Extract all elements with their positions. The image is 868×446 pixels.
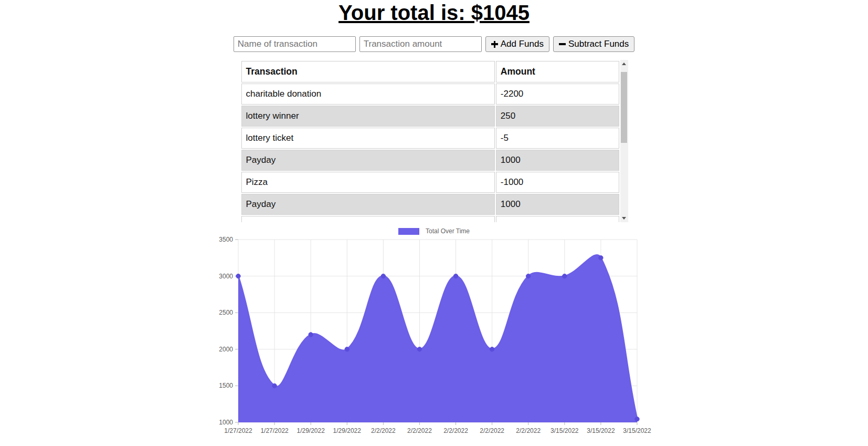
table-row: lottery winner 250 <box>241 106 619 127</box>
transaction-cell: Payday <box>241 194 495 215</box>
table-row: lottery ticket -5 <box>241 128 619 149</box>
svg-text:3/15/2022: 3/15/2022 <box>623 427 651 434</box>
svg-text:2/2/2022: 2/2/2022 <box>371 427 396 434</box>
amount-column-header: Amount <box>496 61 619 82</box>
svg-text:2/2/2022: 2/2/2022 <box>480 427 504 434</box>
plus-icon <box>491 41 498 48</box>
svg-text:3000: 3000 <box>219 273 233 280</box>
svg-text:3/15/2022: 3/15/2022 <box>551 427 579 434</box>
svg-text:2000: 2000 <box>219 346 233 353</box>
svg-text:1/29/2022: 1/29/2022 <box>333 427 362 434</box>
scroll-down-button[interactable] <box>620 214 628 222</box>
svg-text:3500: 3500 <box>219 236 233 243</box>
svg-text:1000: 1000 <box>219 419 233 426</box>
chart-section: Total Over Time 100015002000250030003500… <box>211 227 657 440</box>
table-row-partial <box>241 216 619 222</box>
scroll-down-icon <box>622 217 626 220</box>
budget-app-page: Your total is: $1045 Add Funds Subtract … <box>0 0 868 440</box>
amount-cell: 250 <box>496 106 619 127</box>
total-heading: Your total is: $1045 <box>338 1 530 25</box>
svg-text:1/27/2022: 1/27/2022 <box>224 427 252 434</box>
table-row: Payday 1000 <box>241 150 619 171</box>
transaction-column-header: Transaction <box>241 61 495 82</box>
svg-text:2/2/2022: 2/2/2022 <box>516 427 541 434</box>
transaction-cell <box>241 216 495 222</box>
svg-text:1/29/2022: 1/29/2022 <box>297 427 325 434</box>
scrollbar-thumb[interactable] <box>621 72 627 143</box>
legend-swatch <box>398 228 419 235</box>
add-funds-button[interactable]: Add Funds <box>485 36 549 52</box>
amount-cell: 1000 <box>496 194 619 215</box>
amount-cell: 1000 <box>496 150 619 171</box>
svg-text:1/27/2022: 1/27/2022 <box>260 427 289 434</box>
minus-icon <box>559 43 566 45</box>
subtract-funds-button[interactable]: Subtract Funds <box>553 36 634 52</box>
add-funds-label: Add Funds <box>501 39 544 49</box>
transaction-cell: Payday <box>241 150 495 171</box>
scroll-up-icon <box>622 63 626 65</box>
amount-cell: -1000 <box>496 172 619 193</box>
table-row: Pizza -1000 <box>241 172 619 193</box>
svg-text:2/2/2022: 2/2/2022 <box>407 427 432 434</box>
transaction-cell: lottery winner <box>241 106 495 127</box>
transactions-table-container: Transaction Amount charitable donation -… <box>240 60 628 222</box>
table-header-row: Transaction Amount <box>241 61 619 82</box>
transaction-name-input[interactable] <box>234 36 356 52</box>
chart-legend-item[interactable]: Total Over Time <box>211 227 657 235</box>
transaction-cell: lottery ticket <box>241 128 495 149</box>
legend-label: Total Over Time <box>426 227 470 235</box>
transactions-table: Transaction Amount charitable donation -… <box>240 60 620 222</box>
svg-text:1500: 1500 <box>219 382 233 389</box>
amount-cell: -2200 <box>496 84 619 105</box>
table-row: Payday 1000 <box>241 194 619 215</box>
amount-cell: -5 <box>496 128 619 149</box>
svg-text:2500: 2500 <box>219 309 233 316</box>
table-row: charitable donation -2200 <box>241 84 619 105</box>
amount-cell <box>496 216 619 222</box>
scroll-up-button[interactable] <box>620 60 628 68</box>
transaction-cell: Pizza <box>241 172 495 193</box>
transaction-controls: Add Funds Subtract Funds <box>234 36 635 53</box>
table-scrollbar[interactable] <box>620 60 628 222</box>
transaction-cell: charitable donation <box>241 84 495 105</box>
svg-text:3/15/2022: 3/15/2022 <box>587 427 615 434</box>
svg-text:2/2/2022: 2/2/2022 <box>443 427 468 434</box>
subtract-funds-label: Subtract Funds <box>568 39 629 49</box>
total-over-time-chart: 1000150020002500300035001/27/20221/27/20… <box>211 235 657 440</box>
transaction-amount-input[interactable] <box>359 36 482 52</box>
